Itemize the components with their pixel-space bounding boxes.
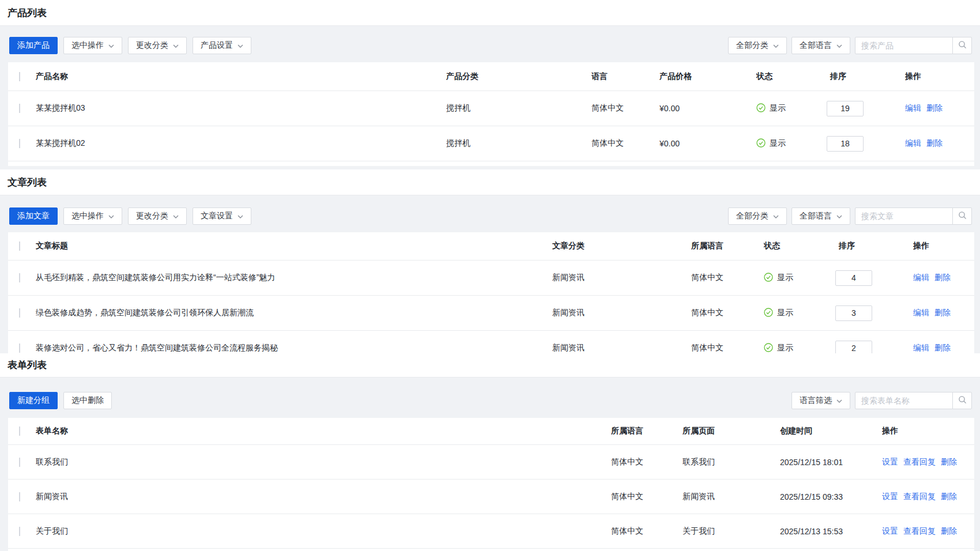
row-checkbox[interactable] (19, 344, 20, 353)
column-header: 所属语言 (611, 426, 683, 436)
check-circle-icon (764, 343, 773, 354)
status-text: 显示 (777, 308, 793, 318)
column-header: 产品名称 (36, 71, 446, 82)
row-checkbox[interactable] (19, 273, 20, 282)
article-title: 从毛坯到精装，鼎筑空间建筑装修公司用实力诠释“一站式装修”魅力 (36, 273, 552, 283)
dropdown-label: 选中操作 (71, 211, 104, 221)
sort-order-input[interactable] (827, 136, 864, 152)
select-all-checkbox[interactable] (19, 427, 20, 436)
form-page: 联系我们 (683, 457, 780, 467)
row-checkbox[interactable] (19, 492, 20, 501)
column-header: 语言 (591, 71, 659, 82)
view-replies-link[interactable]: 查看回复 (903, 457, 936, 467)
article-settings-dropdown[interactable]: 文章设置 (193, 207, 251, 225)
product-toolbar: 添加产品 选中操作 更改分类 产品设置 全部分类 全部语言 (0, 26, 980, 62)
delete-link[interactable]: 删除 (934, 343, 951, 353)
form-search-button[interactable] (952, 392, 972, 409)
status-badge: 显示 (764, 343, 835, 354)
product-price: ¥0.00 (659, 139, 756, 148)
column-header: 排序 (827, 71, 905, 82)
dropdown-label: 更改分类 (136, 211, 168, 221)
status-badge: 显示 (764, 308, 835, 319)
settings-link[interactable]: 设置 (882, 457, 898, 467)
product-category-filter[interactable]: 全部分类 (728, 37, 787, 54)
selected-actions-dropdown[interactable]: 选中操作 (63, 207, 122, 225)
form-name: 关于我们 (36, 526, 611, 537)
form-page: 新闻资讯 (683, 492, 780, 502)
article-search-input[interactable] (855, 207, 953, 225)
table-row: 从毛坯到精装，鼎筑空间建筑装修公司用实力诠释“一站式装修”魅力 新闻资讯 简体中… (8, 261, 974, 296)
chevron-down-icon (836, 44, 842, 48)
column-header: 产品价格 (659, 71, 756, 82)
article-language-filter[interactable]: 全部语言 (791, 207, 850, 225)
row-checkbox[interactable] (19, 308, 20, 318)
delete-link[interactable]: 删除 (941, 492, 957, 502)
table-row: 绿色装修成趋势，鼎筑空间建筑装修公司引领环保人居新潮流 新闻资讯 简体中文 显示… (8, 296, 974, 331)
chevron-down-icon (238, 215, 243, 218)
new-group-button[interactable]: 新建分组 (9, 392, 58, 409)
edit-link[interactable]: 编辑 (913, 273, 929, 283)
magnifier-icon (958, 40, 967, 51)
change-category-dropdown[interactable]: 更改分类 (128, 37, 187, 54)
chevron-down-icon (173, 215, 179, 218)
article-category: 新闻资讯 (552, 343, 691, 353)
edit-link[interactable]: 编辑 (905, 138, 921, 149)
article-category-filter[interactable]: 全部分类 (728, 207, 787, 225)
selected-actions-dropdown[interactable]: 选中操作 (63, 37, 122, 54)
delete-link[interactable]: 删除 (934, 273, 951, 283)
magnifier-icon (958, 395, 967, 406)
column-header: 操作 (905, 71, 974, 82)
edit-link[interactable]: 编辑 (913, 343, 929, 353)
delete-selected-button[interactable]: 选中删除 (63, 392, 112, 409)
change-category-dropdown[interactable]: 更改分类 (128, 207, 187, 225)
select-all-checkbox[interactable] (19, 72, 20, 81)
product-settings-dropdown[interactable]: 产品设置 (193, 37, 251, 54)
delete-link[interactable]: 删除 (926, 138, 943, 149)
edit-link[interactable]: 编辑 (913, 308, 929, 318)
delete-link[interactable]: 删除 (934, 308, 951, 318)
article-section-title: 文章列表 (7, 176, 47, 189)
select-all-checkbox[interactable] (19, 241, 20, 251)
product-category: 搅拌机 (446, 138, 591, 149)
product-search-input[interactable] (855, 37, 953, 54)
add-article-button[interactable]: 添加文章 (9, 207, 58, 225)
table-row: 新闻资讯 简体中文 新闻资讯 2025/12/15 09:33 设置 查看回复 … (8, 480, 974, 514)
sort-order-input[interactable] (835, 270, 872, 286)
article-table: 文章标题 文章分类 所属语言 状态 排序 操作 从毛坯到精装，鼎筑空间建筑装修公… (8, 232, 974, 353)
edit-link[interactable]: 编辑 (905, 103, 921, 114)
article-language: 简体中文 (691, 273, 764, 283)
column-header: 排序 (835, 241, 913, 251)
sort-order-input[interactable] (835, 305, 872, 321)
row-checkbox[interactable] (19, 527, 20, 536)
delete-link[interactable]: 删除 (926, 103, 943, 114)
form-language-filter[interactable]: 语言筛选 (791, 392, 850, 409)
sort-order-input[interactable] (835, 341, 872, 354)
product-table: 产品名称 产品分类 语言 产品价格 状态 排序 操作 某某搅拌机03 搅拌机 简… (8, 62, 974, 166)
delete-link[interactable]: 删除 (941, 526, 957, 537)
row-checkbox[interactable] (19, 458, 20, 467)
check-circle-icon (756, 138, 766, 149)
row-checkbox[interactable] (19, 104, 20, 113)
product-language-filter[interactable]: 全部语言 (791, 37, 850, 54)
view-replies-link[interactable]: 查看回复 (903, 526, 936, 537)
chevron-down-icon (238, 44, 243, 48)
delete-link[interactable]: 删除 (941, 457, 957, 467)
product-search-button[interactable] (952, 37, 972, 54)
article-language: 简体中文 (691, 343, 764, 353)
article-category: 新闻资讯 (552, 308, 691, 318)
settings-link[interactable]: 设置 (882, 492, 898, 502)
settings-link[interactable]: 设置 (882, 526, 898, 537)
dropdown-label: 产品设置 (201, 40, 233, 51)
form-section-header: 表单列表 (0, 353, 980, 378)
add-product-button[interactable]: 添加产品 (9, 37, 58, 54)
article-category: 新闻资讯 (552, 273, 691, 283)
form-section-title: 表单列表 (7, 358, 47, 372)
article-search-button[interactable] (952, 207, 972, 225)
view-replies-link[interactable]: 查看回复 (903, 492, 936, 502)
product-section-header: 产品列表 (0, 0, 980, 26)
sort-order-input[interactable] (827, 101, 864, 116)
chevron-down-icon (108, 44, 114, 48)
column-header: 产品分类 (446, 71, 591, 82)
row-checkbox[interactable] (19, 139, 20, 148)
form-search-input[interactable] (855, 392, 953, 409)
